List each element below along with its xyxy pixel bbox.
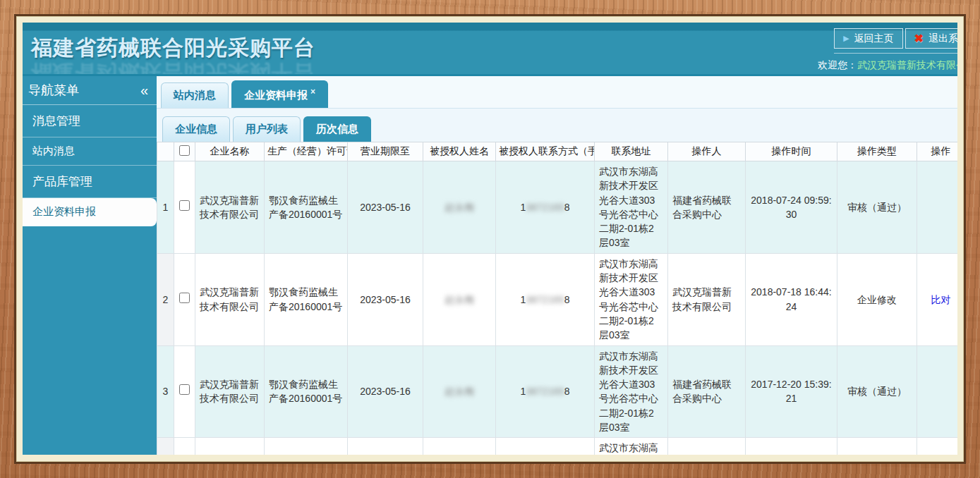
company-cell: 武汉克瑞普新技术有限公司 bbox=[195, 161, 265, 254]
sidebar-header: 导航菜单 « bbox=[23, 76, 157, 105]
op-time-cell: 2018-07-18 16:44:24 bbox=[746, 253, 837, 345]
redacted-name: 赵永梅 bbox=[444, 294, 474, 305]
select-all-checkbox[interactable] bbox=[179, 145, 190, 156]
welcome-company-name: 武汉克瑞普新技术有限公司 bbox=[857, 59, 957, 71]
table-row: 1 武汉克瑞普新技术有限公司 鄂汉食药监械生产备20160001号 2023-0… bbox=[157, 161, 958, 254]
compare-link[interactable]: 比对 bbox=[931, 294, 951, 305]
row-checkbox[interactable] bbox=[179, 384, 190, 395]
content-area: 站内消息 企业资料申报× 企业信息 用户列表 历次信息 bbox=[157, 76, 957, 455]
row-checkbox[interactable] bbox=[179, 200, 190, 211]
logout-button[interactable]: ✖ 退出系统 bbox=[905, 28, 957, 49]
phone-suffix: 8 bbox=[564, 202, 570, 213]
subtab-enterprise-info[interactable]: 企业信息 bbox=[162, 116, 230, 142]
table-row: 2 武汉克瑞普新技术有限公司 鄂汉食药监械生产备20160001号 2023-0… bbox=[157, 253, 958, 345]
red-x-icon: ✖ bbox=[914, 32, 924, 45]
row-checkbox[interactable] bbox=[179, 293, 190, 303]
main-layout: 导航菜单 « 消息管理 站内消息 产品库管理 企业资料申报 站内消息 企业资料申… bbox=[23, 76, 957, 455]
col-op-time: 操作时间 bbox=[746, 142, 837, 161]
action-cell bbox=[917, 345, 958, 438]
return-home-button[interactable]: ▶ 返回主页 bbox=[834, 28, 902, 49]
row-number: 2 bbox=[157, 253, 174, 345]
sidebar-item-message-management[interactable]: 消息管理 bbox=[23, 105, 157, 137]
row-number: 1 bbox=[157, 161, 174, 254]
company-cell: 武汉克瑞普新技术有限公司 bbox=[195, 345, 265, 438]
sidebar-item-enterprise-declaration[interactable]: 企业资料申报 bbox=[23, 198, 157, 226]
phone-suffix: 8 bbox=[564, 294, 570, 305]
row-select-cell bbox=[174, 161, 195, 254]
address-cell: 武汉市东湖高新技术开发区光谷大道303号光谷芯中心二期2-01栋2层03室 bbox=[595, 253, 668, 345]
company-cell: 武汉克瑞普新技术有限公司 bbox=[195, 253, 265, 345]
return-home-label: 返回主页 bbox=[854, 32, 894, 45]
op-time-cell: 2018-07-24 09:59:30 bbox=[746, 161, 837, 254]
col-address: 联系地址 bbox=[595, 142, 668, 161]
phone-cell: 138721658 bbox=[496, 253, 595, 345]
header-right: ▶ 返回主页 ✖ 退出系统 欢迎您：武汉克瑞普新技术有限公司 bbox=[818, 23, 957, 74]
phone-cell: 138721658 bbox=[496, 345, 595, 438]
redacted-phone-digits: 3872165 bbox=[526, 386, 564, 397]
row-number: 3 bbox=[157, 345, 174, 438]
logout-label: 退出系统 bbox=[928, 32, 957, 45]
op-type-cell: 企业修改 bbox=[837, 253, 917, 345]
phone-cell: 138721658 bbox=[496, 161, 595, 254]
address-cell: 武汉市东湖高新技术开发区光谷大道303号光谷芯中心二期2-01栋2层03室 bbox=[595, 345, 668, 438]
sidebar-item-product-library[interactable]: 产品库管理 bbox=[23, 166, 157, 198]
col-license: 生产（经营）许可证 bbox=[265, 142, 348, 161]
redacted-name: 赵永梅 bbox=[444, 202, 474, 213]
term-cell: 2023-05-16 bbox=[348, 438, 423, 455]
company-cell: 武汉克瑞普新技术有限公司 bbox=[195, 438, 265, 455]
table-row: 3 武汉克瑞普新技术有限公司 鄂汉食药监械生产备20160001号 2023-0… bbox=[157, 345, 958, 438]
tab-enterprise-declaration[interactable]: 企业资料申报× bbox=[231, 80, 328, 108]
col-operator: 操作人 bbox=[668, 142, 746, 161]
row-select-cell bbox=[174, 253, 195, 345]
welcome-label: 欢迎您： bbox=[818, 59, 857, 71]
auth-name-cell: 赵永梅 bbox=[423, 438, 496, 455]
op-type-cell: 企业修改 bbox=[837, 438, 917, 455]
operator-cell: 武汉克瑞普新技术有限公司 bbox=[668, 253, 746, 345]
tab-close-icon[interactable]: × bbox=[310, 87, 315, 97]
tab-site-messages[interactable]: 站内消息 bbox=[161, 82, 229, 108]
col-auth-name: 被授权人姓名 bbox=[423, 142, 496, 161]
wood-frame: 福建省药械联合阳光采购平台 福建省药械联合阳光采购平台 ▶ 返回主页 ✖ 退出系… bbox=[0, 0, 980, 478]
sidebar-item-site-messages[interactable]: 站内消息 bbox=[23, 137, 157, 166]
page-title: 福建省药械联合阳光采购平台 bbox=[31, 34, 315, 63]
license-cell: 鄂汉食药监械生产备20160001号 bbox=[265, 253, 348, 345]
redacted-name: 赵永梅 bbox=[444, 386, 474, 397]
auth-name-cell: 赵永梅 bbox=[423, 161, 496, 254]
redacted-phone-digits: 3872165 bbox=[526, 294, 564, 305]
action-cell bbox=[917, 161, 958, 254]
play-arrow-icon: ▶ bbox=[843, 34, 849, 43]
col-phone: 被授权人联系方式（手机） bbox=[496, 142, 595, 161]
collapse-chevrons-icon[interactable]: « bbox=[140, 82, 148, 99]
row-select-cell bbox=[174, 438, 195, 455]
address-cell: 武汉市东湖高新技术开发区光谷大道303号光谷芯中心二期2-01栋2层03室 bbox=[595, 161, 668, 254]
col-action: 操作 bbox=[917, 142, 958, 161]
license-cell: 鄂汉食药监械生产备20160001号 bbox=[265, 345, 348, 438]
welcome-text: 欢迎您：武汉克瑞普新技术有限公司 bbox=[818, 54, 957, 72]
license-cell: 鄂汉食药监械生产备20160001号 bbox=[265, 438, 348, 455]
col-company: 企业名称 bbox=[195, 142, 265, 161]
col-op-type: 操作类型 bbox=[837, 142, 917, 161]
row-select-cell bbox=[174, 345, 195, 438]
operator-cell: 武汉克瑞普新技术有限公司 bbox=[668, 438, 746, 455]
row-number: 4 bbox=[157, 438, 174, 455]
address-cell: 武汉市东湖高新技术开发区光谷大道303号光谷芯中心二期2-01栋2层03室 bbox=[595, 438, 668, 455]
op-type-cell: 审核（通过） bbox=[837, 161, 917, 254]
subtab-history-info[interactable]: 历次信息 bbox=[303, 116, 371, 142]
sub-tabbar: 企业信息 用户列表 历次信息 bbox=[157, 112, 957, 142]
action-cell: 比对 bbox=[917, 253, 958, 345]
term-cell: 2023-05-16 bbox=[348, 345, 423, 438]
subtab-user-list[interactable]: 用户列表 bbox=[233, 116, 301, 142]
header-buttons: ▶ 返回主页 ✖ 退出系统 bbox=[834, 23, 957, 54]
col-row-number bbox=[157, 142, 174, 161]
operator-cell: 福建省药械联合采购中心 bbox=[668, 161, 746, 254]
sidebar-title: 导航菜单 bbox=[28, 82, 79, 99]
table-header-row: 企业名称 生产（经营）许可证 营业期限至 被授权人姓名 被授权人联系方式（手机）… bbox=[157, 142, 958, 161]
phone-cell: 138721658 bbox=[496, 438, 595, 455]
app-header: 福建省药械联合阳光采购平台 福建省药械联合阳光采购平台 ▶ 返回主页 ✖ 退出系… bbox=[23, 23, 957, 76]
tab-enterprise-declaration-label: 企业资料申报 bbox=[244, 89, 308, 101]
app-title-wrap: 福建省药械联合阳光采购平台 福建省药械联合阳光采购平台 bbox=[23, 23, 315, 74]
op-time-cell: 2017-12-20 15:39:21 bbox=[746, 345, 837, 438]
auth-name-cell: 赵永梅 bbox=[423, 253, 496, 345]
app-window: 福建省药械联合阳光采购平台 福建省药械联合阳光采购平台 ▶ 返回主页 ✖ 退出系… bbox=[23, 23, 957, 455]
col-term: 营业期限至 bbox=[348, 142, 423, 161]
